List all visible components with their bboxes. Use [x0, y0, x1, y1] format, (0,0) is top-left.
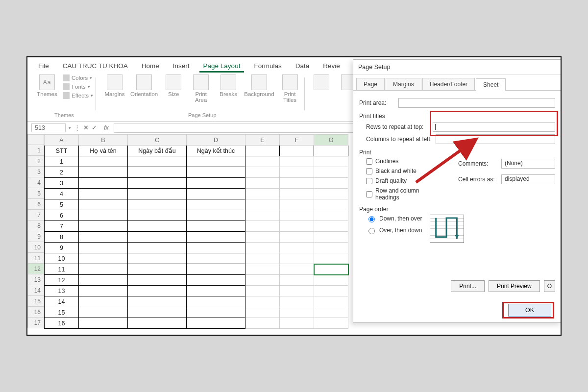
cell[interactable] — [187, 221, 245, 232]
table-row[interactable]: 9 — [45, 243, 348, 253]
cell[interactable] — [245, 221, 280, 232]
row-header[interactable]: 11 — [27, 253, 44, 264]
table-row[interactable]: 13 — [45, 286, 348, 296]
cell[interactable] — [314, 210, 348, 221]
cell-stt[interactable]: 16 — [45, 318, 79, 329]
row-header[interactable]: 3 — [27, 167, 44, 177]
cell[interactable] — [128, 286, 187, 296]
table-row[interactable]: STTHọ và tênNgày bắt đầuNgày kết thúc — [45, 146, 348, 156]
row-header[interactable]: 12 — [27, 264, 44, 274]
table-row[interactable]: 6 — [45, 210, 348, 221]
cell[interactable] — [128, 167, 187, 178]
cell[interactable] — [187, 156, 245, 167]
cell[interactable] — [314, 146, 348, 156]
effects-button[interactable]: Effects▾ — [63, 92, 93, 99]
cell[interactable] — [79, 210, 128, 221]
cell[interactable] — [280, 318, 314, 329]
dialog-tab-page[interactable]: Page — [356, 78, 385, 90]
row-col-headings-checkbox[interactable]: Row and column headings — [366, 187, 443, 201]
cell[interactable] — [79, 167, 128, 178]
cell[interactable] — [245, 189, 280, 199]
cell[interactable] — [245, 199, 280, 210]
row-header[interactable]: 14 — [27, 285, 44, 296]
cell[interactable] — [128, 264, 187, 275]
table-row[interactable]: 7 — [45, 221, 348, 232]
over-then-down-radio[interactable]: Over, then down — [366, 226, 422, 234]
cell-stt[interactable]: 5 — [45, 199, 79, 210]
cell-errors-select[interactable]: displayed — [501, 174, 555, 184]
print-preview-button[interactable]: Print Preview — [489, 280, 540, 292]
table-row[interactable]: 4 — [45, 189, 348, 199]
cell[interactable] — [187, 296, 245, 307]
black-white-checkbox[interactable]: Black and white — [366, 168, 443, 174]
row-header[interactable]: 15 — [27, 296, 44, 307]
cell[interactable] — [128, 232, 187, 243]
cell[interactable] — [314, 296, 348, 307]
table-row[interactable]: 12 — [45, 275, 348, 286]
cell[interactable] — [187, 243, 245, 253]
cell[interactable] — [314, 253, 348, 264]
cell[interactable] — [314, 243, 348, 253]
row-header[interactable]: 7 — [27, 210, 44, 220]
cell[interactable] — [245, 178, 280, 189]
cell[interactable] — [245, 307, 280, 318]
col-header-g[interactable]: G — [314, 135, 348, 146]
cell[interactable] — [314, 199, 348, 210]
extra-button-1[interactable] — [310, 74, 333, 90]
cell[interactable] — [280, 156, 314, 167]
tab-home[interactable]: Home — [138, 60, 163, 73]
cell-stt[interactable]: 13 — [45, 286, 79, 296]
header-cell-name[interactable]: Họ và tên — [79, 146, 128, 156]
cell-stt[interactable]: 2 — [45, 167, 79, 178]
cell[interactable] — [280, 253, 314, 264]
cell[interactable] — [314, 232, 348, 243]
cell[interactable] — [128, 178, 187, 189]
row-header[interactable]: 4 — [27, 177, 44, 188]
col-header-a[interactable]: A — [45, 135, 79, 146]
cell-stt[interactable]: 15 — [45, 307, 79, 318]
cell-stt[interactable]: 7 — [45, 221, 79, 232]
down-then-over-radio[interactable]: Down, then over — [366, 215, 422, 222]
cell-stt[interactable]: 9 — [45, 243, 79, 253]
cell[interactable] — [128, 221, 187, 232]
row-header[interactable]: 2 — [27, 156, 44, 167]
cell[interactable] — [245, 264, 280, 275]
draft-quality-checkbox[interactable]: Draft quality — [366, 177, 443, 184]
dialog-tab-sheet[interactable]: Sheet — [476, 78, 506, 91]
print-area-button[interactable]: Print Area — [189, 74, 213, 103]
tab-data[interactable]: Data — [292, 60, 314, 73]
row-header[interactable]: 6 — [27, 199, 44, 210]
gridlines-checkbox[interactable]: Gridlines — [366, 158, 443, 165]
name-box[interactable]: 513 — [31, 123, 66, 132]
col-header-b[interactable]: B — [79, 135, 128, 146]
tab-page-layout[interactable]: Page Layout — [199, 60, 245, 73]
table-row[interactable]: 1 — [45, 156, 348, 167]
table-row[interactable]: 11 — [45, 264, 348, 275]
cell-stt[interactable]: 11 — [45, 264, 79, 275]
cell[interactable] — [245, 296, 280, 307]
themes-button[interactable]: Aa Themes — [35, 74, 59, 97]
tab-insert[interactable]: Insert — [169, 60, 194, 73]
cell[interactable] — [314, 167, 348, 178]
col-header-f[interactable]: F — [280, 135, 314, 146]
cell[interactable] — [245, 275, 280, 286]
rows-repeat-input[interactable] — [433, 122, 555, 132]
cell[interactable] — [79, 318, 128, 329]
table-row[interactable]: 8 — [45, 232, 348, 243]
cell[interactable] — [314, 307, 348, 318]
col-header-c[interactable]: C — [128, 135, 187, 146]
cell-stt[interactable]: 4 — [45, 189, 79, 199]
tab-review[interactable]: Revie — [319, 60, 344, 73]
background-button[interactable]: Background — [244, 74, 274, 97]
cell[interactable] — [187, 199, 245, 210]
cell[interactable] — [245, 146, 280, 156]
cell[interactable] — [280, 275, 314, 286]
dialog-tab-header-footer[interactable]: Header/Footer — [422, 78, 475, 90]
print-area-input[interactable] — [398, 98, 555, 108]
cell[interactable] — [280, 189, 314, 199]
cell[interactable] — [280, 221, 314, 232]
colors-button[interactable]: Colors▾ — [63, 74, 93, 81]
select-all-corner[interactable] — [27, 134, 44, 145]
breaks-button[interactable]: Breaks — [217, 74, 240, 97]
cell[interactable] — [128, 275, 187, 286]
